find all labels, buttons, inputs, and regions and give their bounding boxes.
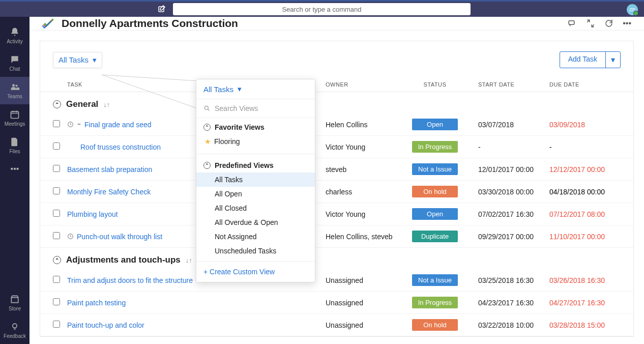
collapse-icon[interactable] <box>586 19 595 28</box>
svg-rect-8 <box>78 124 80 125</box>
search-input[interactable]: Search or type a command <box>173 3 471 15</box>
task-row: Final grade and seedHelen CollinsOpen03/… <box>40 113 633 136</box>
bell-icon <box>10 27 20 37</box>
task-owner: Unassigned <box>326 321 402 329</box>
sidebar-item-activity[interactable]: Activity <box>0 22 30 49</box>
svg-point-2 <box>15 84 17 87</box>
dropdown-favorite-header[interactable]: ⌃ Favorite Views <box>203 123 308 131</box>
col-header-due[interactable]: DUE DATE <box>544 81 621 88</box>
task-name-link[interactable]: Plumbing layout <box>67 210 118 218</box>
refresh-icon[interactable] <box>604 19 613 28</box>
sidebar-item-label: Store <box>9 306 21 311</box>
task-name-link[interactable]: Paint touch-up and color <box>67 321 144 329</box>
status-badge: On hold <box>412 319 458 331</box>
task-due-date: 03/28/2018 15:00 <box>544 321 621 329</box>
task-start-date: 03/25/2018 16:30 <box>468 276 544 284</box>
view-selector[interactable]: All Tasks ▾ <box>53 52 102 68</box>
task-checkbox[interactable] <box>53 187 60 194</box>
task-due-date: 03/26/2018 16:30 <box>544 276 621 284</box>
dropdown-item[interactable]: All Open <box>203 187 308 201</box>
app-header: Search or type a command ZP <box>0 2 644 17</box>
task-row: Basement slab preparationstevebNot a Iss… <box>40 158 633 181</box>
store-icon <box>10 294 20 304</box>
task-row: Punch-out walk through listHelen Collins… <box>40 225 633 248</box>
compose-icon[interactable] <box>158 5 166 15</box>
add-task-label[interactable]: Add Task <box>560 52 606 68</box>
create-custom-view-button[interactable]: + Create Custom View <box>196 261 315 282</box>
task-start-date: 03/07/2018 <box>468 121 544 129</box>
sidebar-more[interactable]: ••• <box>0 159 30 179</box>
dropdown-item[interactable]: Unscheduled Tasks <box>203 244 308 258</box>
task-checkbox[interactable] <box>53 120 60 127</box>
task-checkbox[interactable] <box>53 142 60 150</box>
task-name-link[interactable]: Paint patch testing <box>67 299 126 307</box>
bulb-icon <box>10 322 20 332</box>
collapse-icon: ⌃ <box>203 162 211 169</box>
task-checkbox[interactable] <box>53 276 60 283</box>
dropdown-item[interactable]: Not Assigned <box>203 230 308 244</box>
status-badge: In Progress <box>412 297 458 308</box>
dropdown-search-placeholder: Search Views <box>215 104 258 112</box>
task-start-date: 12/01/2017 00:00 <box>468 165 544 174</box>
task-row: Plumbing layoutVictor YoungOpen07/02/201… <box>40 203 633 225</box>
task-checkbox[interactable] <box>53 210 60 217</box>
add-task-button[interactable]: Add Task ▾ <box>560 51 621 68</box>
col-header-owner[interactable]: OWNER <box>326 81 402 88</box>
task-due-date: 12/12/2017 00:00 <box>544 165 621 174</box>
collapse-icon: ⌃ <box>53 100 61 108</box>
task-checkbox[interactable] <box>53 321 60 328</box>
task-name-link[interactable]: Punch-out walk through list <box>77 233 162 241</box>
task-name-link[interactable]: Roof trusses construction <box>80 143 161 151</box>
group-header[interactable]: ⌃General↓↑ <box>40 92 633 113</box>
sidebar-item-label: Activity <box>7 39 23 44</box>
svg-rect-6 <box>569 21 574 25</box>
dropdown-item[interactable]: All Closed <box>203 201 308 215</box>
file-icon <box>10 137 20 147</box>
col-header-start[interactable]: START DATE <box>468 81 544 88</box>
task-due-date: 04/18/2018 00:00 <box>544 188 621 196</box>
task-owner: Victor Young <box>326 210 402 218</box>
dropdown-item[interactable]: All Overdue & Open <box>203 215 308 230</box>
sidebar-item-meetings[interactable]: Meetings <box>0 104 30 132</box>
group-name: General <box>66 99 98 109</box>
task-row: Paint patch testingUnassignedIn Progress… <box>40 292 633 314</box>
sidebar-item-store[interactable]: Store <box>0 289 30 317</box>
dropdown-current-view[interactable]: All Tasks ▾ <box>196 79 315 99</box>
add-task-caret[interactable]: ▾ <box>606 52 620 68</box>
sidebar-item-teams[interactable]: Teams <box>0 77 30 104</box>
more-icon[interactable]: ••• <box>623 19 631 28</box>
svg-point-5 <box>13 324 17 328</box>
sidebar-item-files[interactable]: Files <box>0 132 30 159</box>
table-header: TASK OWNER STATUS START DATE DUE DATE <box>40 77 633 92</box>
sidebar-item-feedback[interactable]: Feedback <box>0 317 30 344</box>
clock-icon <box>67 233 74 240</box>
task-due-date: 07/12/2017 08:00 <box>544 210 621 218</box>
sidebar-item-label: Meetings <box>5 121 25 127</box>
group-name: Adjustments and touch-ups <box>66 255 181 265</box>
sort-icon[interactable]: ↓↑ <box>186 256 192 264</box>
task-checkbox[interactable] <box>53 165 60 172</box>
task-checkbox[interactable] <box>53 232 60 239</box>
dropdown-search-input[interactable]: Search Views <box>196 99 315 118</box>
group-header[interactable]: ⌃Adjustments and touch-ups↓↑ <box>40 248 633 269</box>
conversation-icon[interactable] <box>568 19 577 28</box>
task-name-link[interactable]: Basement slab preparation <box>67 165 152 174</box>
dropdown-item-flooring[interactable]: Flooring <box>203 134 308 149</box>
task-start-date: 07/02/2017 16:30 <box>468 210 544 218</box>
chat-icon <box>10 54 20 65</box>
task-name-link[interactable]: Trim and adjust doors to fit the structu… <box>67 276 193 284</box>
view-dropdown: All Tasks ▾ Search Views ⌃ Favorite View… <box>196 79 315 282</box>
task-row: Monthly Fire Safety CheckcharlessOn hold… <box>40 181 633 203</box>
dropdown-item[interactable]: All Tasks <box>196 173 315 187</box>
dropdown-predefined-header[interactable]: ⌃ Predefined Views <box>203 161 308 169</box>
task-name-link[interactable]: Final grade and seed <box>84 121 152 129</box>
col-header-status[interactable]: STATUS <box>402 81 468 88</box>
sort-icon[interactable]: ↓↑ <box>103 101 110 108</box>
task-checkbox[interactable] <box>53 298 60 305</box>
project-header: Donnelly Apartments Construction ••• <box>30 17 644 31</box>
avatar[interactable]: ZP <box>627 4 638 15</box>
task-name-link[interactable]: Monthly Fire Safety Check <box>67 188 151 196</box>
task-due-date: - <box>544 143 621 151</box>
sidebar-item-chat[interactable]: Chat <box>0 49 30 77</box>
status-badge: On hold <box>412 186 458 197</box>
